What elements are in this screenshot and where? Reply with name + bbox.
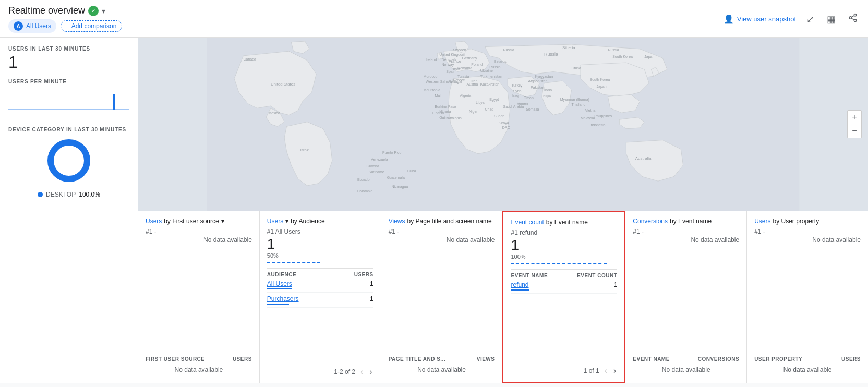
svg-text:Philippines: Philippines bbox=[594, 114, 612, 118]
card-title-text: ▾ bbox=[285, 217, 288, 225]
main-area: USERS IN LAST 30 MINUTES 1 USERS PER MIN… bbox=[0, 38, 868, 383]
users-last-30-label: USERS IN LAST 30 MINUTES bbox=[8, 46, 129, 52]
content-area: United States Canada Mexico Brazil Franc… bbox=[138, 38, 868, 383]
svg-text:United Kingdom: United Kingdom bbox=[439, 53, 465, 57]
no-data-table: No data available bbox=[633, 362, 739, 378]
card-1: Users by First user source ▾#1 -No data … bbox=[138, 211, 260, 383]
svg-text:Denmark: Denmark bbox=[442, 58, 457, 62]
pagination-text: 1-2 of 2 bbox=[334, 368, 355, 376]
table-row: Purchasers 1 bbox=[267, 293, 373, 308]
svg-text:Pakistan: Pakistan bbox=[531, 86, 545, 89]
zoom-out-button[interactable]: − bbox=[848, 124, 861, 138]
card-title-link[interactable]: Users bbox=[754, 217, 770, 225]
svg-text:Vietnam: Vietnam bbox=[585, 108, 599, 112]
all-users-label: All Users bbox=[26, 22, 51, 30]
card-bar bbox=[267, 262, 373, 263]
svg-text:Japan: Japan bbox=[644, 55, 654, 59]
add-comparison-button[interactable]: + Add comparison bbox=[61, 20, 122, 32]
svg-text:Nigeria: Nigeria bbox=[439, 110, 451, 114]
row-link[interactable]: Purchasers bbox=[267, 295, 299, 303]
pagination-text: 1 of 1 bbox=[584, 367, 599, 374]
card-table-header: EVENT NAME EVENT COUNT bbox=[511, 269, 617, 279]
mini-chart bbox=[8, 89, 129, 110]
svg-text:Turkmenistan: Turkmenistan bbox=[480, 75, 502, 78]
card-rank: #1 - bbox=[633, 228, 739, 235]
card-title-link[interactable]: Views bbox=[389, 217, 405, 225]
card-pagination: 1 of 1 ‹ › bbox=[511, 361, 617, 377]
header: Realtime overview ✓ ▾ A All Users + Add … bbox=[0, 0, 868, 38]
svg-text:South Korea: South Korea bbox=[612, 55, 633, 58]
svg-text:Venezuela: Venezuela bbox=[371, 158, 388, 161]
svg-text:Portugal: Portugal bbox=[449, 80, 462, 84]
card-table-header: AUDIENCE USERS bbox=[267, 268, 373, 277]
card-percent: 50% bbox=[267, 252, 373, 259]
svg-text:Turkey: Turkey bbox=[511, 83, 523, 88]
col1-header: AUDIENCE bbox=[267, 272, 296, 277]
svg-text:Western Sahara: Western Sahara bbox=[426, 80, 452, 83]
desktop-label: DESKTOP bbox=[46, 191, 76, 198]
map-zoom-controls: + − bbox=[847, 110, 862, 138]
svg-text:Iraq: Iraq bbox=[512, 94, 519, 98]
svg-text:China: China bbox=[572, 66, 581, 70]
device-category-label: DEVICE CATEGORY IN LAST 30 MINUTES bbox=[8, 127, 129, 132]
card-3: Views by Page title and screen name#1 -N… bbox=[381, 211, 503, 383]
svg-text:Guatemala: Guatemala bbox=[387, 176, 405, 179]
card-title-link[interactable]: Event count bbox=[511, 219, 544, 226]
card-title-link[interactable]: Conversions bbox=[633, 217, 668, 225]
svg-text:DRC: DRC bbox=[502, 126, 510, 129]
pagination-next[interactable]: › bbox=[612, 365, 617, 377]
card-2: Users ▾ by Audience#1 All Users150% AUDI… bbox=[260, 211, 381, 383]
users-per-minute-label: USERS PER MINUTE bbox=[8, 79, 129, 84]
svg-text:Ukraine: Ukraine bbox=[480, 69, 493, 72]
svg-text:Afghanistan: Afghanistan bbox=[528, 79, 548, 83]
svg-text:Somalia: Somalia bbox=[526, 107, 539, 111]
svg-text:Algeria: Algeria bbox=[460, 94, 472, 98]
svg-text:Belarus: Belarus bbox=[494, 59, 507, 63]
svg-text:Canada: Canada bbox=[244, 57, 257, 61]
users-last-30-card: USERS IN LAST 30 MINUTES 1 bbox=[8, 46, 129, 70]
title-dropdown-icon[interactable]: ▾ bbox=[102, 7, 105, 15]
all-users-filter[interactable]: A All Users bbox=[8, 19, 56, 33]
col2-header: EVENT COUNT bbox=[577, 273, 617, 279]
svg-text:Mauritania: Mauritania bbox=[424, 88, 441, 92]
svg-text:South Korea: South Korea bbox=[590, 78, 610, 81]
col1-header: EVENT NAME bbox=[511, 273, 548, 279]
pagination-prev: ‹ bbox=[359, 366, 364, 378]
share-button[interactable] bbox=[846, 11, 860, 27]
card-rank: #1 refund bbox=[511, 229, 617, 236]
no-data-table: No data available bbox=[754, 362, 861, 378]
no-data-text: No data available bbox=[754, 236, 861, 350]
row-link[interactable]: refund bbox=[511, 281, 528, 288]
card-rank: #1 - bbox=[146, 228, 252, 235]
svg-text:Mali: Mali bbox=[435, 94, 441, 98]
card-title-link[interactable]: Users bbox=[267, 217, 283, 225]
table-view-button[interactable]: ▦ bbox=[825, 11, 838, 27]
view-snapshot-button[interactable]: 👤 View user snapshot bbox=[724, 14, 796, 24]
title-section: Realtime overview ✓ ▾ A All Users + Add … bbox=[8, 5, 122, 33]
no-data-table: No data available bbox=[389, 362, 495, 378]
card-table-header: FIRST USER SOURCE USERS bbox=[146, 353, 252, 362]
card-title: Event count by Event name bbox=[511, 219, 617, 226]
row-link[interactable]: All Users bbox=[267, 280, 292, 287]
header-left: Realtime overview ✓ ▾ A All Users + Add … bbox=[8, 5, 122, 33]
svg-text:Suriname: Suriname bbox=[369, 170, 384, 174]
svg-text:Indonesia: Indonesia bbox=[590, 123, 606, 127]
card-title: Users ▾ by Audience bbox=[267, 217, 373, 225]
svg-text:Sweden: Sweden bbox=[453, 48, 466, 52]
donut-chart bbox=[43, 135, 95, 187]
zoom-in-button[interactable]: + bbox=[848, 111, 861, 124]
svg-text:Russia: Russia bbox=[544, 52, 558, 57]
pagination-next[interactable]: › bbox=[368, 366, 373, 378]
card-4: Event count by Event name#1 refund1100% … bbox=[502, 211, 625, 383]
card-title-link[interactable]: Users bbox=[146, 217, 162, 225]
card-percent: 100% bbox=[511, 253, 617, 260]
page-title: Realtime overview bbox=[8, 5, 85, 16]
card-bar bbox=[511, 263, 617, 264]
svg-text:Cuba: Cuba bbox=[407, 169, 416, 173]
card-title-text: by Event name bbox=[670, 217, 712, 225]
svg-text:Kyrgyzstan: Kyrgyzstan bbox=[535, 75, 553, 79]
expand-button[interactable]: ⤢ bbox=[804, 11, 816, 27]
svg-text:Russia: Russia bbox=[503, 48, 514, 52]
svg-text:Kenya: Kenya bbox=[499, 121, 509, 125]
row-bar bbox=[511, 289, 528, 291]
